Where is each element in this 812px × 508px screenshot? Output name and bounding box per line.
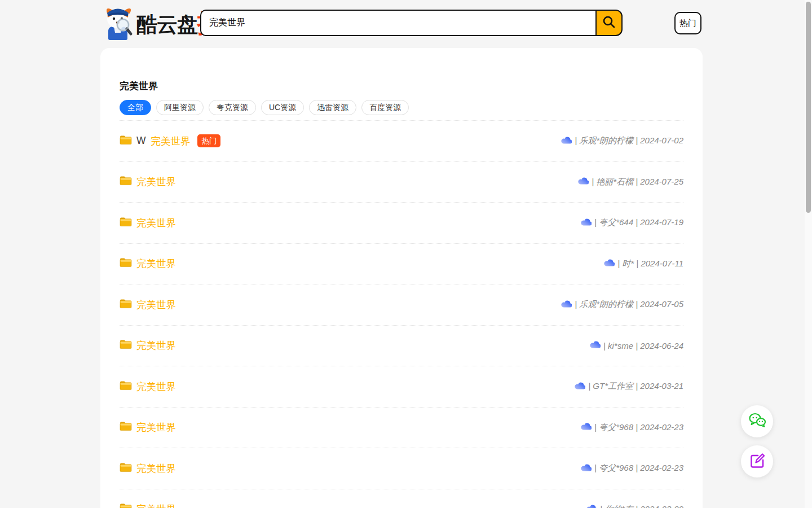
search-icon (602, 15, 616, 31)
result-row: W 完美世界 热门 | 乐观*朗的柠檬 | 2024-07-02 (120, 121, 683, 162)
result-row-meta: | 夸父*968 | 2024-02-23 (581, 422, 683, 433)
result-uploader-date: | 时* | 2024-07-11 (617, 259, 683, 269)
result-row-meta: | ki*sme | 2024-06-24 (590, 340, 683, 351)
result-row: 完美世界 | 夸父*968 | 2024-02-23 (120, 448, 683, 489)
result-row: 完美世界 | 你的*友 | 2024-03-09 (120, 489, 683, 508)
cloud-drive-icon (578, 177, 589, 187)
result-row-meta: | 乐观*朗的柠檬 | 2024-07-05 (561, 299, 683, 310)
filter-tab[interactable]: 全部 (120, 100, 151, 115)
result-row: 完美世界 | GT*工作室 | 2024-03-21 (120, 366, 683, 408)
cloud-drive-icon (604, 259, 615, 269)
folder-icon (120, 299, 132, 311)
result-title-link[interactable]: 完美世界 (136, 298, 176, 312)
result-row: 完美世界 | 时* | 2024-07-11 (120, 244, 683, 285)
result-row: 完美世界 | 夸父*644 | 2024-07-19 (120, 203, 683, 244)
wechat-icon (748, 413, 766, 431)
result-row-meta: | 夸父*968 | 2024-02-23 (581, 463, 683, 474)
search-button[interactable] (595, 10, 623, 36)
result-uploader-date: | 你的*友 | 2024-03-09 (600, 504, 683, 508)
folder-icon (120, 339, 132, 352)
result-prefix: W (136, 135, 148, 147)
result-row-meta: | 时* | 2024-07-11 (604, 259, 683, 269)
edit-icon (749, 452, 766, 471)
wechat-button[interactable] (741, 405, 773, 437)
filter-tab[interactable]: 迅雷资源 (309, 100, 356, 115)
result-row: 完美世界 | 夸父*968 | 2024-02-23 (120, 408, 683, 449)
search-input[interactable] (200, 10, 595, 36)
page-title: 完美世界 (120, 80, 683, 93)
page: 酷云盘搜 热门 完美世界 全部阿里资源夸克资源UC资源迅雷资源百度资源 (0, 0, 812, 508)
scrollbar-track[interactable] (805, 0, 812, 508)
result-uploader-date: | 艳丽*石榴 | 2024-07-25 (592, 177, 683, 187)
hot-nav-button[interactable]: 热门 (674, 12, 701, 34)
result-title-link[interactable]: 完美世界 (136, 502, 176, 508)
result-row-left: W 完美世界 热门 (120, 134, 220, 148)
folder-icon (120, 217, 132, 229)
result-title-link[interactable]: 完美世界 (136, 257, 176, 270)
result-row-left: 完美世界 (120, 380, 176, 393)
result-title-link[interactable]: 完美世界 (151, 134, 190, 148)
cloud-drive-icon (581, 422, 592, 432)
cloud-drive-icon (575, 382, 585, 392)
cloud-drive-icon (561, 300, 572, 310)
result-row-left: 完美世界 (120, 339, 176, 352)
folder-icon (120, 503, 132, 508)
folder-icon (120, 380, 132, 393)
result-title-link[interactable]: 完美世界 (136, 421, 176, 434)
result-row-meta: | 艳丽*石榴 | 2024-07-25 (578, 177, 683, 187)
header: 酷云盘搜 热门 (0, 0, 812, 48)
result-title-link[interactable]: 完美世界 (136, 380, 176, 393)
result-uploader-date: | 乐观*朗的柠檬 | 2024-07-05 (575, 299, 683, 310)
result-uploader-date: | GT*工作室 | 2024-03-21 (588, 381, 683, 392)
result-row-left: 完美世界 (120, 216, 176, 230)
result-row-meta: | 夸父*644 | 2024-07-19 (581, 217, 683, 228)
result-row: 完美世界 | ki*sme | 2024-06-24 (120, 326, 683, 367)
result-uploader-date: | 夸父*968 | 2024-02-23 (594, 422, 683, 433)
cloud-drive-icon (590, 340, 601, 351)
cloud-drive-icon (581, 218, 592, 228)
feedback-edit-button[interactable] (741, 445, 773, 478)
folder-icon (120, 176, 132, 188)
results-list: W 完美世界 热门 | 乐观*朗的柠檬 | 2024-07-02 (120, 120, 683, 508)
filter-tab[interactable]: 夸克资源 (209, 100, 256, 115)
filter-tabs: 全部阿里资源夸克资源UC资源迅雷资源百度资源 (120, 100, 683, 115)
folder-icon (120, 421, 132, 433)
result-row-left: 完美世界 (120, 502, 176, 508)
result-title-link[interactable]: 完美世界 (136, 175, 176, 189)
result-title-link[interactable]: 完美世界 (136, 216, 176, 230)
result-row: 完美世界 | 艳丽*石榴 | 2024-07-25 (120, 162, 683, 203)
filter-tab[interactable]: 阿里资源 (156, 100, 204, 115)
folder-icon (120, 135, 132, 147)
hot-badge: 热门 (197, 134, 220, 147)
folder-icon (120, 257, 132, 270)
result-row-left: 完美世界 (120, 462, 176, 475)
result-row-meta: | GT*工作室 | 2024-03-21 (575, 381, 683, 392)
result-uploader-date: | ki*sme | 2024-06-24 (603, 341, 683, 351)
result-row-meta: | 你的*友 | 2024-03-09 (586, 504, 683, 508)
result-title-link[interactable]: 完美世界 (136, 339, 176, 352)
result-row-left: 完美世界 (120, 421, 176, 434)
logo-mascot-icon (100, 6, 136, 43)
result-row-left: 完美世界 (120, 257, 176, 270)
search-bar (200, 10, 623, 36)
results-card: 完美世界 全部阿里资源夸克资源UC资源迅雷资源百度资源 W 完美世界 热门 (100, 48, 703, 508)
cloud-drive-icon (581, 463, 592, 474)
filter-tab[interactable]: UC资源 (261, 100, 304, 115)
result-row-left: 完美世界 (120, 298, 176, 312)
cloud-drive-icon (561, 136, 572, 146)
scrollbar-thumb[interactable] (806, 2, 811, 213)
result-row: 完美世界 | 乐观*朗的柠檬 | 2024-07-05 (120, 284, 683, 326)
result-uploader-date: | 乐观*朗的柠檬 | 2024-07-02 (575, 135, 683, 146)
result-uploader-date: | 夸父*644 | 2024-07-19 (594, 217, 683, 228)
result-row-meta: | 乐观*朗的柠檬 | 2024-07-02 (561, 135, 683, 146)
cloud-drive-icon (586, 504, 597, 508)
result-uploader-date: | 夸父*968 | 2024-02-23 (594, 463, 683, 474)
filter-tab[interactable]: 百度资源 (361, 100, 409, 115)
folder-icon (120, 462, 132, 475)
result-title-link[interactable]: 完美世界 (136, 462, 176, 475)
result-row-left: 完美世界 (120, 175, 176, 189)
